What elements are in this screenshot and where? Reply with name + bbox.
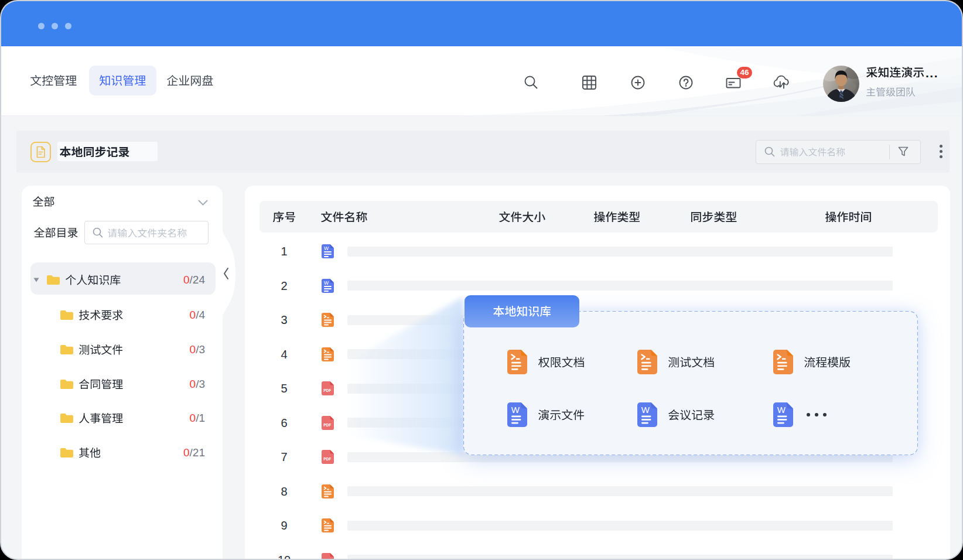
svg-text:W: W	[324, 245, 329, 251]
svg-text:W: W	[324, 279, 329, 285]
svg-text:W: W	[511, 405, 520, 415]
svg-text:W: W	[641, 405, 650, 415]
svg-text:W: W	[777, 405, 786, 415]
